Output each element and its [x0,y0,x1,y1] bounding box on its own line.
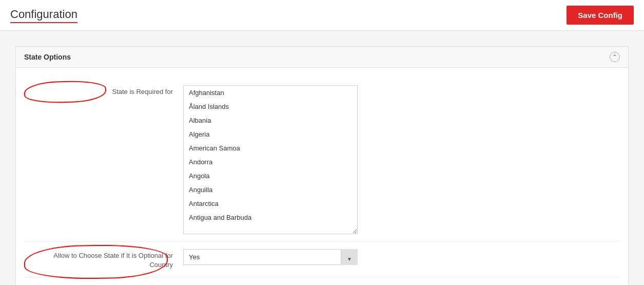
page-title: Configuration [10,8,77,23]
list-item[interactable]: Antarctica [184,197,357,211]
page-header: Configuration Save Config [0,0,644,31]
yes-no-dropdown-wrapper: YesNo [183,249,358,265]
list-item[interactable]: American Samoa [184,141,357,155]
section-header: State Options ⌃ [16,47,628,68]
list-item[interactable]: Antigua and Barbuda [184,211,357,224]
section-body: State is Required for AfghanistanÅland I… [16,68,628,285]
yes-no-select-wrapper: YesNo [183,249,615,265]
country-listbox-wrapper: AfghanistanÅland IslandsAlbaniaAlgeriaAm… [183,85,615,234]
state-options-section: State Options ⌃ State is Required for Af… [15,46,629,285]
state-required-label: State is Required for [29,85,183,97]
allow-choose-state-row: Allow to Choose State if It is Optional … [24,242,620,277]
list-item[interactable]: Åland Islands [184,100,357,113]
collapse-button[interactable]: ⌃ [610,52,620,62]
yes-no-select[interactable]: YesNo [183,249,358,265]
state-required-row: State is Required for AfghanistanÅland I… [24,78,620,242]
list-item[interactable]: Algeria [184,127,357,141]
annotation-circle-1 [24,80,106,104]
section-title: State Options [24,53,71,61]
chevron-up-icon: ⌃ [612,53,617,61]
list-item[interactable]: Afghanistan [184,86,357,100]
annotation-circle-2 [24,244,168,280]
list-item[interactable]: Andorra [184,155,357,169]
list-item[interactable]: Anguilla [184,183,357,197]
main-content: State Options ⌃ State is Required for Af… [0,31,644,285]
list-item[interactable]: Albania [184,113,357,127]
list-item[interactable]: Angola [184,169,357,183]
country-listbox[interactable]: AfghanistanÅland IslandsAlbaniaAlgeriaAm… [183,85,358,234]
allow-choose-state-label: Allow to Choose State if It is Optional … [29,249,183,270]
save-config-button[interactable]: Save Config [567,6,634,25]
